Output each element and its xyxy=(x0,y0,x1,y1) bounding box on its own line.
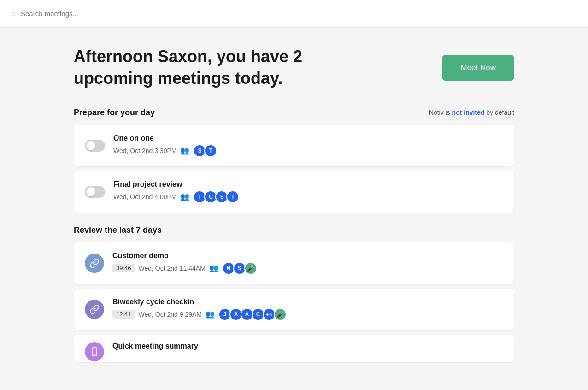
toggle-one-on-one[interactable] xyxy=(85,140,105,152)
search-input[interactable] xyxy=(21,10,577,18)
link-icon-customer-demo xyxy=(85,254,104,273)
meeting-meta: Wed, Oct 2nd 3:30PM 👥 S T xyxy=(113,144,503,157)
meeting-info-customer-demo: Customer demo 39:46 Wed, Oct 2nd 11:44AM… xyxy=(112,252,503,275)
toggle-final-project-review[interactable] xyxy=(85,186,105,198)
notiv-note: Notiv is not invited by default xyxy=(429,109,514,116)
meeting-card-one-on-one: One on one Wed, Oct 2nd 3:30PM 👥 S T xyxy=(74,125,514,166)
hero-section: Afternoon Saxon, you have 2 upcoming mee… xyxy=(74,46,514,89)
avatar-t: T xyxy=(204,144,217,157)
prepare-section-header: Prepare for your day Notiv is not invite… xyxy=(74,108,514,118)
people-icon: 👥 xyxy=(180,146,189,155)
svg-point-1 xyxy=(94,354,95,355)
review-section: Review the last 7 days Customer demo 39:… xyxy=(74,225,514,362)
meeting-title: Customer demo xyxy=(112,252,503,260)
meeting-title: Biweekly cycle checkin xyxy=(112,298,503,306)
avatar-mic2: 🎤 xyxy=(274,308,287,321)
review-section-header: Review the last 7 days xyxy=(74,225,514,235)
link-icon-quick-meeting xyxy=(85,342,104,361)
link-icon-biweekly xyxy=(85,300,104,319)
notiv-text: Notiv is xyxy=(429,109,450,116)
meeting-meta: 39:46 Wed, Oct 2nd 11:44AM 👥 N S 🎤 xyxy=(112,262,503,275)
prepare-section: Prepare for your day Notiv is not invite… xyxy=(74,108,514,213)
meeting-info-final-project-review: Final project review Wed, Oct 2nd 4:00PM… xyxy=(113,180,503,203)
chain-icon xyxy=(89,258,100,268)
avatar-group: J A A C +4 🎤 xyxy=(218,308,287,321)
search-bar: ⌕ xyxy=(0,0,588,28)
meeting-card-biweekly-cycle-checkin[interactable]: Biweekly cycle checkin 12:41 Wed, Oct 2n… xyxy=(74,289,514,330)
prepare-section-title: Prepare for your day xyxy=(74,108,155,118)
toggle-switch[interactable] xyxy=(85,186,105,198)
hero-title: Afternoon Saxon, you have 2 upcoming mee… xyxy=(74,46,313,89)
meeting-info-one-on-one: One on one Wed, Oct 2nd 3:30PM 👥 S T xyxy=(113,134,503,157)
meeting-card-customer-demo[interactable]: Customer demo 39:46 Wed, Oct 2nd 11:44AM… xyxy=(74,242,514,284)
avatar-group: I C S T xyxy=(193,190,239,203)
meeting-info-quick-meeting: Quick meeting summary xyxy=(112,342,503,352)
meeting-meta: 12:41 Wed, Oct 2nd 9:29AM 👥 J A A C +4 🎤 xyxy=(112,308,503,321)
search-icon: ⌕ xyxy=(11,9,16,18)
main-content: Afternoon Saxon, you have 2 upcoming mee… xyxy=(0,28,588,390)
avatar-group: N S 🎤 xyxy=(222,262,257,275)
meeting-card-final-project-review: Final project review Wed, Oct 2nd 4:00PM… xyxy=(74,171,514,213)
meeting-duration: 12:41 xyxy=(112,310,135,319)
avatar-t: T xyxy=(226,190,239,203)
meeting-duration: 39:46 xyxy=(112,264,135,272)
meeting-info-biweekly: Biweekly cycle checkin 12:41 Wed, Oct 2n… xyxy=(112,298,503,321)
people-icon: 👥 xyxy=(180,192,189,201)
meeting-title: One on one xyxy=(113,134,503,142)
phone-icon xyxy=(89,347,100,357)
meeting-date: Wed, Oct 2nd 4:00PM xyxy=(113,193,176,201)
meeting-meta: Wed, Oct 2nd 4:00PM 👥 I C S T xyxy=(113,190,503,203)
meeting-title: Final project review xyxy=(113,180,503,189)
meeting-date: Wed, Oct 2nd 9:29AM xyxy=(139,311,202,318)
people-icon: 👥 xyxy=(209,264,218,272)
meet-now-button[interactable]: Meet Now xyxy=(442,55,514,81)
meeting-card-quick-meeting-summary[interactable]: Quick meeting summary xyxy=(74,335,514,362)
meeting-title: Quick meeting summary xyxy=(112,342,503,350)
avatar-group: S T xyxy=(193,144,217,157)
chain-icon xyxy=(89,304,100,314)
notiv-suffix: by default xyxy=(486,109,514,116)
svg-rect-0 xyxy=(92,347,96,355)
review-section-title: Review the last 7 days xyxy=(74,225,162,235)
notiv-status: not invited xyxy=(452,109,485,116)
avatar-mic: 🎤 xyxy=(244,262,257,275)
people-icon: 👥 xyxy=(206,310,215,319)
meeting-date: Wed, Oct 2nd 11:44AM xyxy=(139,265,206,272)
meeting-date: Wed, Oct 2nd 3:30PM xyxy=(113,147,176,154)
toggle-switch[interactable] xyxy=(85,140,105,152)
